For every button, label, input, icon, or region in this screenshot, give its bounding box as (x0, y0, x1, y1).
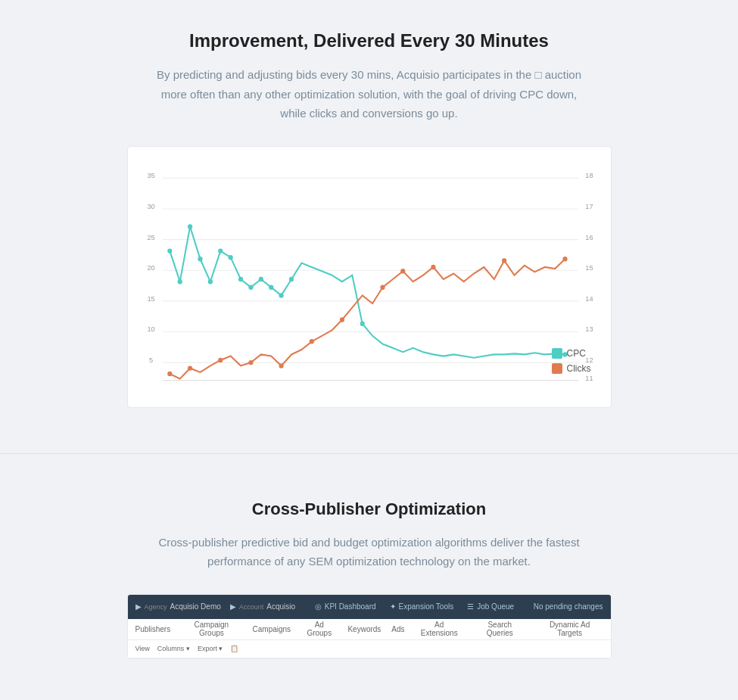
chart-svg: 35 30 25 20 15 10 5 18 17 16 15 14 13 12… (135, 162, 603, 397)
svg-text:5: 5 (149, 355, 153, 363)
clicks-dot (167, 371, 172, 375)
cpc-dot (360, 321, 364, 325)
clicks-line (170, 259, 565, 378)
svg-text:15: 15 (585, 263, 593, 272)
section-divider (0, 453, 738, 454)
clicks-dot (279, 363, 283, 368)
cpc-dot (177, 279, 182, 284)
clicks-dot (502, 258, 506, 263)
jobqueue-icon: ☰ (467, 602, 474, 611)
toolbar-export[interactable]: Export ▾ (198, 645, 223, 652)
cpc-dot (269, 285, 273, 289)
svg-text:30: 30 (147, 201, 154, 210)
chart-legend: CPC Clicks (552, 348, 591, 374)
clicks-dot (218, 357, 223, 362)
clicks-dot (562, 257, 567, 261)
legend-cpc-color (552, 348, 562, 359)
cpc-dot (279, 293, 283, 297)
svg-text:14: 14 (585, 294, 593, 302)
svg-text:20: 20 (147, 263, 154, 272)
svg-text:25: 25 (147, 232, 154, 241)
toolbar-view[interactable]: View (135, 645, 150, 652)
svg-text:15: 15 (147, 294, 154, 302)
toolbar-columns[interactable]: Columns ▾ (157, 645, 190, 652)
chart-area: 35 30 25 20 15 10 5 18 17 16 15 14 13 12… (135, 162, 603, 397)
section-bottom-title: Cross-Publisher Optimization (15, 499, 723, 519)
screenshot-topbar: ▶ Agency Acquisio Demo ▶ Account Acquisi… (128, 595, 611, 619)
screenshot-toolbar: View Columns ▾ Export ▾ 📋 (128, 640, 611, 658)
svg-text:11: 11 (585, 373, 593, 381)
topbar-status: No pending changes (534, 602, 603, 611)
cpc-line (170, 226, 565, 357)
clicks-dot (248, 359, 253, 364)
screenshot-mockup: ▶ Agency Acquisio Demo ▶ Account Acquisi… (127, 594, 612, 659)
nav-ad-extensions[interactable]: Ad Extensions (416, 621, 463, 637)
legend-clicks-label: Clicks (567, 363, 591, 374)
topbar-arrow-icon2: ▶ (230, 602, 236, 611)
clicks-dot (431, 264, 435, 269)
topbar-account: ▶ Account Acquisio (230, 602, 295, 611)
chart-container: 35 30 25 20 15 10 5 18 17 16 15 14 13 12… (127, 146, 612, 408)
cpc-dot (258, 276, 263, 281)
nav-campaigns[interactable]: Campaigns (253, 625, 291, 633)
topbar-arrow-icon: ▶ (135, 602, 142, 611)
screenshot-nav: Publishers Campaign Groups Campaigns Ad … (128, 619, 611, 640)
nav-keywords[interactable]: Keywords (347, 625, 381, 633)
nav-ads[interactable]: Ads (391, 625, 404, 633)
topbar-center-nav: ◎ KPI Dashboard ✦ Expansion Tools ☰ Job … (304, 602, 525, 611)
nav-publishers[interactable]: Publishers (135, 625, 171, 633)
cpc-dot (207, 279, 212, 284)
section-top: Improvement, Delivered Every 30 Minutes … (0, 0, 738, 446)
topbar-expansion: ✦ Expansion Tools (390, 602, 454, 611)
section-bottom-description: Cross-publisher predictive bid and budge… (157, 533, 581, 571)
cpc-dot (238, 276, 242, 281)
cpc-dot (167, 248, 172, 253)
clicks-dot (188, 366, 192, 370)
section-top-description: By predicting and adjusting bids every 3… (150, 65, 589, 123)
cpc-dot (288, 276, 293, 281)
topbar-kpi: ◎ KPI Dashboard (315, 602, 376, 611)
legend-clicks: Clicks (552, 363, 591, 374)
legend-cpc-label: CPC (567, 348, 586, 359)
legend-cpc: CPC (552, 348, 591, 359)
clicks-dot (380, 285, 385, 289)
clicks-dot (400, 269, 405, 273)
expansion-icon: ✦ (390, 602, 396, 611)
toolbar-clipboard-icon[interactable]: 📋 (230, 645, 238, 652)
svg-text:13: 13 (585, 325, 593, 333)
svg-text:35: 35 (147, 171, 154, 179)
cpc-dot (248, 285, 253, 289)
nav-dynamic-ad-targets[interactable]: Dynamic Ad Targets (537, 621, 603, 637)
cpc-dot (198, 257, 202, 261)
section-top-title: Improvement, Delivered Every 30 Minutes (15, 30, 723, 51)
kpi-icon: ◎ (315, 602, 322, 611)
cpc-dot (228, 254, 232, 259)
svg-text:10: 10 (147, 325, 154, 333)
section-bottom: Cross-Publisher Optimization Cross-publi… (0, 462, 738, 682)
legend-clicks-color (552, 363, 562, 374)
page-wrapper: Improvement, Delivered Every 30 Minutes … (0, 0, 738, 682)
svg-text:18: 18 (585, 171, 593, 179)
nav-campaign-groups[interactable]: Campaign Groups (181, 621, 241, 637)
svg-text:17: 17 (585, 201, 593, 210)
cpc-dot (218, 248, 223, 253)
nav-search-queries[interactable]: Search Queries (474, 621, 526, 637)
topbar-agency: ▶ Agency Acquisio Demo (135, 602, 221, 611)
svg-text:16: 16 (585, 232, 593, 241)
nav-ad-groups[interactable]: Ad Groups (301, 621, 337, 637)
cpc-dot (188, 224, 192, 229)
clicks-dot (339, 317, 344, 322)
clicks-dot (309, 339, 313, 344)
topbar-jobqueue: ☰ Job Queue (467, 602, 514, 611)
